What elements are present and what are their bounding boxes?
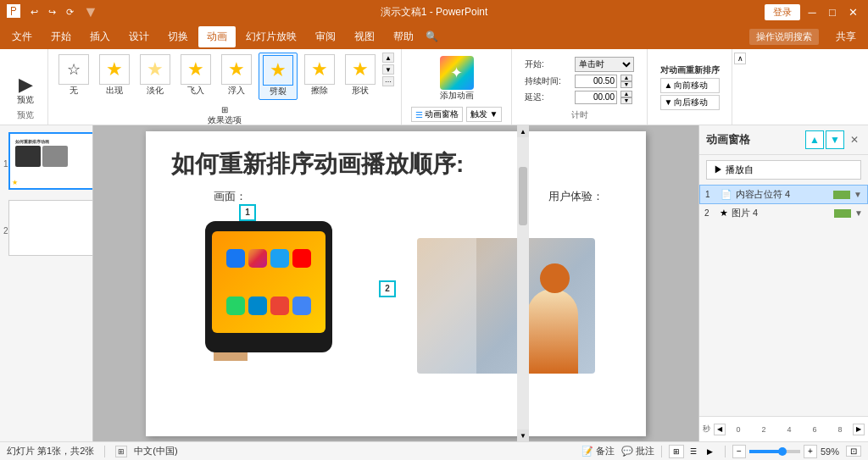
anim-scroll-up[interactable]: ▲ [382, 53, 394, 63]
menu-item-view[interactable]: 视图 [346, 26, 383, 47]
anim-wipe-icon: ★ [304, 54, 335, 85]
menu-item-file[interactable]: 文件 [3, 26, 41, 47]
anim-list-item-1[interactable]: 1 📄 内容占位符 4 ▼ [699, 185, 868, 204]
close-button[interactable]: ✕ [844, 3, 861, 20]
language-label: 中文(中国) [134, 445, 177, 457]
search-placeholder: 操作说明搜索 [756, 30, 812, 43]
status-icon: ⊞ [115, 446, 127, 457]
animation-pane: 动画窗格 ▲ ▼ ✕ ▶ 播放自 1 📄 内容占位符 4 ▼ [698, 125, 868, 441]
slide-2-thumb[interactable] [8, 200, 93, 256]
undo-button[interactable]: ↩ [26, 4, 42, 19]
anim-none-button[interactable]: ☆ 无 [55, 53, 92, 98]
slide-1-thumbnail: 如何重新排序动画 [12, 136, 92, 186]
anim-scroll-down[interactable]: ▼ [382, 64, 394, 75]
delay-down[interactable]: ▼ [620, 97, 632, 104]
slide-1-container: 1 如何重新排序动画 ★ [3, 132, 89, 195]
restore-button[interactable]: □ [824, 3, 841, 20]
quick-access: 🅿 ↩ ↪ ⟳ ▼ [7, 3, 98, 21]
comments-icon: 💬 [621, 446, 633, 456]
animation-pane-header-controls: ▲ ▼ ✕ [805, 130, 861, 149]
trigger-button[interactable]: 触发 ▼ [466, 107, 503, 122]
menu-bar: 文件 开始 插入 设计 切换 动画 幻灯片放映 审阅 视图 帮助 🔍 操作说明搜… [0, 24, 868, 49]
status-divider-1 [104, 446, 105, 457]
menu-item-animations[interactable]: 动画 [198, 26, 236, 47]
menu-item-help[interactable]: 帮助 [385, 26, 422, 47]
share-button[interactable]: 共享 [827, 26, 865, 47]
reorder-title: 对动画重新排序 [660, 64, 720, 76]
anim-scroll-more[interactable]: ⋯ [382, 76, 394, 86]
search-icon[interactable]: 🔍 [424, 29, 439, 44]
move-forward-button[interactable]: ▲ 向前移动 [660, 78, 720, 93]
pane-move-down-button[interactable]: ▼ [826, 130, 844, 149]
slide-1-thumb[interactable]: 如何重新排序动画 ★ [8, 132, 93, 190]
start-label: 开始: [525, 58, 571, 70]
anim-item-1-dropdown[interactable]: ▼ [854, 190, 862, 199]
anim-item-2-dropdown[interactable]: ▼ [854, 208, 863, 218]
anim-fly-icon: ★ [181, 54, 211, 85]
duration-spinner: ▲ ▼ [620, 75, 632, 88]
menu-item-review[interactable]: 审阅 [307, 26, 344, 47]
anim-none-icon: ☆ [58, 54, 89, 85]
start-select[interactable]: 单击时 [575, 57, 634, 72]
anim-wipe-button[interactable]: ★ 擦除 [301, 53, 338, 98]
menu-item-slideshow[interactable]: 幻灯片放映 [237, 26, 305, 47]
login-button[interactable]: 登录 [765, 4, 800, 20]
redo-button[interactable]: ↪ [44, 4, 59, 19]
anim-shape-button[interactable]: ★ 形状 [342, 53, 379, 98]
zoom-slider[interactable] [749, 450, 800, 453]
zoom-in-button[interactable]: + [804, 445, 817, 458]
duration-input[interactable] [575, 75, 617, 88]
fit-page-button[interactable]: ⊡ [846, 446, 861, 457]
anim-list-item-2[interactable]: 2 ★ 图片 4 ▼ [699, 204, 868, 222]
close-pane-button[interactable]: ✕ [848, 133, 861, 147]
delay-input[interactable] [575, 91, 617, 104]
animation-badge-2: 2 [379, 280, 396, 297]
title-bar-right: 登录 ─ □ ✕ [765, 3, 861, 20]
slide-canvas[interactable]: 如何重新排序动画播放顺序: 画面： 用户体验： 1 [146, 131, 646, 436]
preview-button[interactable]: ▶ 预览 [10, 74, 41, 108]
phone-screen [212, 231, 326, 333]
canvas-scroll-down-btn[interactable]: ▼ [517, 430, 529, 441]
ribbon-group-timing: 开始: 单击时 持续时间: ▲ ▼ 延迟: ▲ ▼ [512, 49, 648, 125]
menu-item-home[interactable]: 开始 [42, 26, 80, 47]
preview-group-label: 预览 [17, 108, 34, 121]
normal-view-button[interactable]: ⊞ [669, 445, 684, 458]
ribbon-collapse: ∧ [732, 49, 748, 125]
quick-access-more[interactable]: ▼ [83, 3, 98, 21]
menu-item-insert[interactable]: 插入 [81, 26, 119, 47]
anim-split-button[interactable]: ★ 劈裂 [259, 53, 298, 100]
anim-appear-icon: ★ [99, 54, 130, 85]
anim-item-2-label: 图片 4 [732, 207, 831, 219]
delay-up[interactable]: ▲ [620, 91, 632, 97]
timeline-next-btn[interactable]: ▶ [853, 424, 865, 435]
ribbon-collapse-button[interactable]: ∧ [734, 53, 746, 64]
duration-label: 持续时间: [525, 75, 571, 87]
duration-up[interactable]: ▲ [620, 75, 632, 81]
comments-button[interactable]: 💬 批注 [621, 445, 654, 457]
canvas-scroll-up-btn[interactable]: ▲ [517, 125, 529, 137]
anim-float-button[interactable]: ★ 浮入 [218, 53, 255, 98]
refresh-button[interactable]: ⟳ [62, 4, 77, 19]
anim-appear-button[interactable]: ★ 出现 [96, 53, 133, 98]
timeline-prev-btn[interactable]: ◀ [714, 424, 726, 435]
duration-down[interactable]: ▼ [620, 81, 632, 88]
minimize-button[interactable]: ─ [804, 3, 821, 20]
play-button[interactable]: ▶ 播放自 [706, 160, 861, 180]
anim-fade-button[interactable]: ★ 淡化 [136, 53, 174, 98]
menu-item-design[interactable]: 设计 [120, 26, 158, 47]
anim-fly-button[interactable]: ★ 飞入 [177, 53, 214, 98]
ribbon-group-preview: ▶ 预览 预览 [3, 49, 48, 125]
move-forward-icon: ▲ [665, 80, 673, 90]
search-box[interactable]: 操作说明搜索 [749, 29, 819, 45]
pane-move-up-button[interactable]: ▲ [805, 130, 824, 149]
menu-item-transitions[interactable]: 切换 [159, 26, 197, 47]
app-icon-yt [292, 249, 311, 268]
slideshow-view-button[interactable]: ▶ [703, 445, 718, 458]
outline-view-button[interactable]: ☰ [686, 445, 701, 458]
notes-button[interactable]: 📝 备注 [581, 445, 615, 457]
zoom-out-button[interactable]: − [732, 445, 746, 458]
move-backward-button[interactable]: ▼ 向后移动 [660, 95, 720, 110]
animation-pane-button[interactable]: ☰ 动画窗格 [411, 107, 463, 122]
animation-list-spacer [699, 301, 868, 417]
add-animation-button[interactable]: ✦ 添加动画 [411, 53, 503, 105]
